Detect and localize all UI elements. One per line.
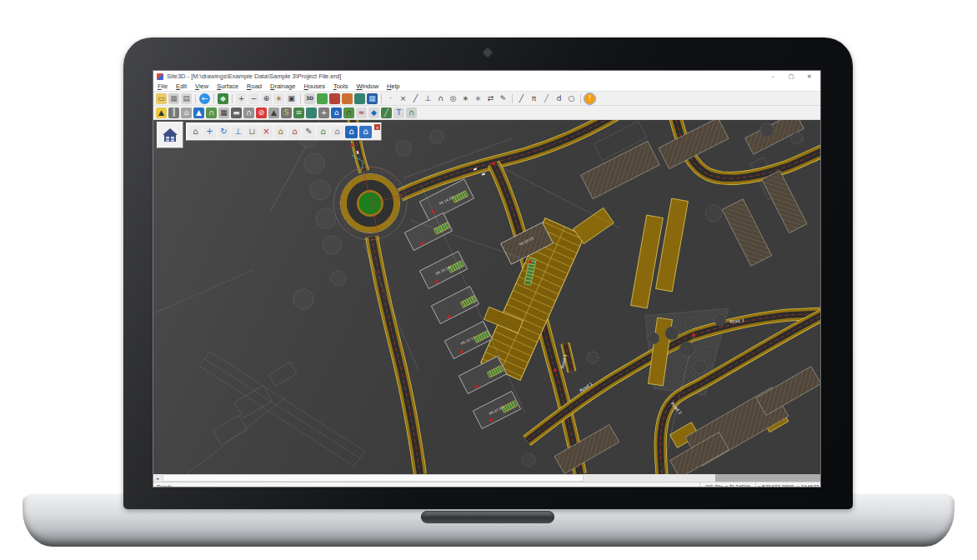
pipe-profile-icon[interactable]: ∩ bbox=[406, 108, 417, 118]
toolbar-separator bbox=[580, 94, 581, 103]
delete-house-icon[interactable]: × bbox=[260, 126, 273, 138]
rotate-icon[interactable]: ○ bbox=[566, 93, 577, 104]
close-button[interactable]: ✕ bbox=[800, 72, 819, 82]
no-entry-icon[interactable]: ⊘ bbox=[256, 108, 267, 118]
buildings-icon[interactable]: ⌂ bbox=[181, 108, 192, 118]
signage-icon[interactable]: ▲ bbox=[268, 108, 279, 118]
carriageway-icon[interactable]: ▬ bbox=[231, 108, 242, 118]
road-surface-icon[interactable]: ╱ bbox=[381, 108, 392, 118]
scroll-left-icon[interactable]: ◄ bbox=[153, 474, 161, 482]
tree bbox=[316, 208, 336, 228]
house-render-icon[interactable]: ⌂ bbox=[359, 126, 372, 138]
snap-intersection-icon[interactable]: × bbox=[398, 93, 408, 104]
site-plan-drawing[interactable]: Road 1Road 2Road 3Road 5 PR 14.08PR 05.0… bbox=[153, 120, 820, 474]
road-curve-icon[interactable]: S bbox=[281, 108, 292, 118]
mound-icon[interactable]: ∩ bbox=[343, 108, 354, 118]
zoom-in-icon[interactable]: + bbox=[236, 93, 247, 104]
menu-drainage[interactable]: Drainage bbox=[266, 82, 299, 90]
menu-file[interactable]: File bbox=[153, 82, 172, 90]
zoom-extents-icon[interactable]: ⊕ bbox=[261, 93, 272, 104]
level-house-icon[interactable]: ⊥ bbox=[232, 126, 244, 138]
snap-nearest-icon[interactable]: ∗ bbox=[473, 93, 483, 104]
grid-window-icon[interactable]: ▦ bbox=[218, 108, 229, 118]
select-house-icon[interactable]: ⌂ bbox=[189, 126, 202, 138]
maximize-button[interactable]: ▢ bbox=[782, 72, 800, 82]
menu-bar: FileEditViewSurfaceRoadDrainageHousesToo… bbox=[153, 82, 820, 92]
edit-points-icon[interactable]: ✎ bbox=[498, 93, 509, 104]
move-house-icon[interactable]: + bbox=[203, 126, 216, 138]
zoom-window-icon[interactable]: ▣ bbox=[286, 93, 297, 104]
menu-houses[interactable]: Houses bbox=[299, 82, 328, 90]
remove-plot-icon[interactable]: ⌂ bbox=[288, 126, 301, 138]
print-icon[interactable]: ▤ bbox=[181, 93, 192, 104]
menu-view[interactable]: View bbox=[191, 82, 213, 90]
tree bbox=[648, 332, 659, 344]
house-icon bbox=[161, 126, 179, 144]
open-file-icon[interactable]: ▭ bbox=[156, 93, 167, 104]
hazards-icon[interactable]: ▲ bbox=[156, 108, 167, 118]
move-points-icon[interactable]: ⇄ bbox=[485, 93, 496, 104]
horizontal-scrollbar[interactable]: ◄ bbox=[153, 474, 820, 482]
pad-house-icon[interactable]: ⊔ bbox=[246, 126, 258, 138]
tee-junction-icon[interactable]: T bbox=[393, 108, 404, 118]
tree bbox=[705, 205, 722, 222]
warning-sign-icon[interactable]: ▲ bbox=[193, 108, 204, 118]
earthworks-icon[interactable]: ∩ bbox=[206, 108, 217, 118]
surface-blue-icon[interactable]: ▦ bbox=[367, 93, 378, 104]
menu-help[interactable]: Help bbox=[383, 82, 403, 90]
parallel-icon[interactable]: π bbox=[529, 93, 539, 104]
draw-line-icon[interactable]: ╱ bbox=[410, 93, 421, 104]
rotate-house-icon[interactable]: ↻ bbox=[218, 126, 230, 138]
house-estate-icon[interactable]: ⌂ bbox=[345, 126, 358, 138]
save-file-icon[interactable]: ▦ bbox=[168, 93, 179, 104]
snap-point-icon[interactable]: · bbox=[385, 93, 396, 104]
zoom-out-icon[interactable]: − bbox=[248, 93, 259, 104]
menu-surface[interactable]: Surface bbox=[213, 82, 243, 90]
menu-window[interactable]: Window bbox=[352, 82, 383, 90]
annotate-icon[interactable]: d bbox=[554, 93, 564, 104]
add-plot-icon[interactable]: ⌂ bbox=[274, 126, 287, 138]
house-schedule-icon[interactable]: ⌂ bbox=[331, 126, 343, 138]
model-view-icon[interactable]: ◆ bbox=[218, 93, 228, 104]
house-types-icon[interactable]: ⌂ bbox=[331, 108, 342, 118]
long-section-icon[interactable]: ≈ bbox=[356, 108, 367, 118]
measure-line-icon[interactable]: ╱ bbox=[516, 93, 527, 104]
tree bbox=[587, 352, 599, 363]
draw-circle-icon[interactable]: ◎ bbox=[448, 93, 458, 104]
warnings-icon[interactable]: ! bbox=[584, 93, 595, 104]
perpendicular-icon[interactable]: ⊥ bbox=[423, 93, 433, 104]
junction-design-icon[interactable]: + bbox=[318, 108, 329, 118]
street-furniture-icon[interactable]: ║ bbox=[168, 108, 179, 118]
scrollbar-thumb[interactable] bbox=[163, 474, 584, 482]
drawing-canvas[interactable]: Road 1Road 2Road 3Road 5 PR 14.08PR 05.0… bbox=[153, 120, 820, 474]
tree bbox=[396, 141, 411, 156]
water-area-icon[interactable] bbox=[306, 108, 317, 118]
pan-icon[interactable]: ∗ bbox=[273, 93, 284, 104]
bridge-icon[interactable]: ∩ bbox=[243, 108, 254, 118]
strata-icon[interactable]: ≡ bbox=[293, 108, 304, 118]
build-house-icon[interactable]: ⌂ bbox=[317, 126, 329, 138]
slope-icon[interactable]: ╱ bbox=[541, 93, 552, 104]
edit-house-icon[interactable]: ✎ bbox=[303, 126, 315, 138]
toolbar-separator bbox=[300, 94, 301, 103]
houses-mode-button[interactable] bbox=[157, 122, 183, 148]
surface-red-icon[interactable] bbox=[329, 93, 340, 104]
menu-tools[interactable]: Tools bbox=[329, 82, 353, 90]
toolbar-separator bbox=[381, 94, 382, 103]
menu-road[interactable]: Road bbox=[243, 82, 266, 90]
back-icon[interactable]: ← bbox=[199, 93, 210, 104]
drainage-node-icon[interactable]: ◆ bbox=[368, 108, 379, 118]
surface-contours-icon[interactable] bbox=[342, 93, 353, 104]
view-3d-2d-icon[interactable]: 3D bbox=[304, 93, 315, 104]
laptop-lid-notch bbox=[421, 511, 554, 523]
minimize-button[interactable]: – bbox=[764, 72, 782, 82]
snap-node-icon[interactable]: ∗ bbox=[460, 93, 471, 104]
surface-green-icon[interactable] bbox=[317, 93, 328, 104]
surface-earth-icon[interactable] bbox=[354, 93, 365, 104]
toolbar-separator bbox=[232, 94, 233, 103]
draw-arc-icon[interactable]: ∩ bbox=[435, 93, 446, 104]
tree bbox=[310, 180, 330, 200]
menu-edit[interactable]: Edit bbox=[172, 82, 191, 90]
scrollbar-track[interactable]: ◄ bbox=[153, 474, 715, 482]
close-icon[interactable]: × bbox=[374, 124, 380, 130]
